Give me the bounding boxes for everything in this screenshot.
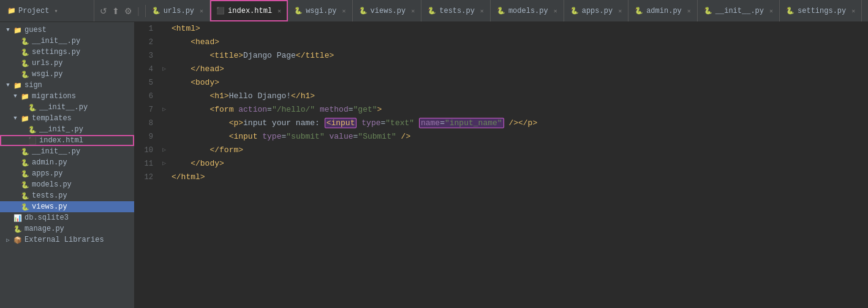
tab-apps-py[interactable]: 🐍 apps.py ✕ (564, 0, 628, 21)
code-line-3: 3 <title>Django Page</title> (135, 49, 868, 63)
tab-tests-py[interactable]: 🐍 tests.py ✕ (421, 0, 491, 21)
tree-item-migrations[interactable]: ▼ 📁 migrations (0, 91, 134, 102)
py-icon: 🐍 (21, 170, 29, 178)
code-editor[interactable]: 1 <html> 2 <head> 3 <title>Django Page</… (135, 22, 868, 308)
fold-arrow: ▷ (159, 144, 169, 157)
tab-label: apps.py (582, 7, 613, 15)
tab-settings-py[interactable]: 🐍 settings.py ✕ (780, 0, 862, 21)
code-line-4: 4 ▷ </head> (135, 63, 868, 76)
tab-close-icon[interactable]: ✕ (769, 7, 773, 15)
py-icon: 🐍 (21, 60, 29, 67)
tab-admin-py[interactable]: 🐍 admin.py ✕ (628, 0, 698, 21)
toolbar-icons: ↺ ⬆ ⚙ | (94, 5, 146, 17)
tree-label: models.py (32, 180, 72, 189)
folder-icon: 📁 (13, 82, 22, 90)
py-icon: 🐍 (570, 7, 579, 15)
py-icon: 🐍 (21, 159, 29, 167)
code-line-9: 9 <input type="submit" value="Submit" /> (135, 130, 868, 144)
tab-wsgi-py[interactable]: 🐍 wsgi.py ✕ (288, 0, 352, 21)
code-line-1: 1 <html> (135, 22, 868, 36)
py-icon: 🐍 (21, 37, 29, 45)
tab-urls-py[interactable]: 🐍 urls.py ✕ (146, 0, 210, 21)
tree-item-templates-init[interactable]: 🐍 __init_.py (0, 124, 134, 135)
py-icon: 🐍 (21, 181, 29, 189)
line-content: <p>input your name: <input type="text" n… (169, 117, 868, 130)
main-area: ▼ 📁 guest 🐍 __init__.py 🐍 settings.py 🐍 … (0, 22, 868, 308)
tree-label: manage.py (25, 225, 64, 233)
tree-item-sign[interactable]: ▼ 📁 sign (0, 80, 134, 91)
tree-label: admin.py (32, 158, 67, 167)
tab-bar: 📁 Project ▾ ↺ ⬆ ⚙ | 🐍 urls.py ✕ ⬛ index.… (0, 0, 868, 22)
tree-label: apps.py (32, 169, 62, 178)
tab-close-icon[interactable]: ✕ (554, 7, 557, 15)
tree-item-index-html[interactable]: ⬛ index.html (0, 135, 134, 146)
tab-close-icon[interactable]: ✕ (851, 7, 855, 15)
tree-item-db-sqlite3[interactable]: 📊 db.sqlite3 (0, 212, 134, 223)
tree-item-guest[interactable]: ▼ 📁 guest (0, 25, 134, 36)
py-icon: 🐍 (28, 126, 37, 134)
tree-label: tests.py (32, 191, 67, 200)
code-line-5: 5 <body> (135, 76, 868, 90)
tab-close-icon[interactable]: ✕ (618, 7, 622, 15)
library-icon: 📦 (13, 236, 22, 244)
tab-views-py[interactable]: 🐍 views.py ✕ (353, 0, 422, 21)
line-content: <h1>Hello Django!</h1> (169, 90, 868, 103)
tree-label: wsgi.py (32, 70, 62, 79)
tree-item-guest-init[interactable]: 🐍 __init__.py (0, 36, 134, 47)
tab-close-icon[interactable]: ✕ (342, 7, 346, 15)
folder-icon: 📁 (7, 7, 16, 15)
code-line-2: 2 <head> (135, 36, 868, 49)
tree-label: __init_.py (39, 125, 83, 134)
code-line-8: 8 <p>input your name: <input type="text"… (135, 117, 868, 130)
tree-item-migrations-init[interactable]: 🐍 __init__.py (0, 102, 134, 113)
py-icon: 🐍 (21, 192, 29, 200)
py-icon: 🐍 (21, 148, 29, 156)
settings-button[interactable]: ⚙ (123, 5, 134, 17)
arrow-icon: ▼ (5, 82, 11, 88)
tab-close-icon[interactable]: ✕ (200, 7, 203, 15)
tree-item-urls[interactable]: 🐍 urls.py (0, 58, 134, 69)
code-line-6: 6 <h1>Hello Django!</h1> (135, 90, 868, 103)
line-content: </head> (169, 63, 868, 76)
tree-item-admin[interactable]: 🐍 admin.py (0, 157, 134, 168)
py-icon: 🐍 (704, 7, 712, 15)
tree-item-sign-init[interactable]: 🐍 __init__.py (0, 146, 134, 157)
tab-close-icon[interactable]: ✕ (411, 7, 415, 15)
tree-item-templates[interactable]: ▼ 📁 templates (0, 113, 134, 124)
py-icon: 🐍 (428, 7, 436, 15)
db-icon: 📊 (13, 214, 22, 222)
arrow-icon: ▼ (12, 93, 18, 99)
tab-close-icon[interactable]: ✕ (687, 7, 691, 15)
folder-icon: 📁 (21, 115, 29, 123)
tree-item-apps[interactable]: 🐍 apps.py (0, 168, 134, 179)
line-number: 10 (135, 144, 159, 157)
tab-close-icon[interactable]: ✕ (480, 7, 484, 15)
line-number: 8 (135, 117, 159, 130)
py-icon: 🐍 (13, 225, 22, 233)
tree-label: db.sqlite3 (25, 214, 69, 222)
tree-item-wsgi[interactable]: 🐍 wsgi.py (0, 69, 134, 80)
py-icon: 🐍 (497, 7, 505, 15)
arrow-icon: ▷ (5, 237, 11, 244)
arrow-icon: ▼ (12, 115, 18, 121)
tab-models-py[interactable]: 🐍 models.py ✕ (491, 0, 564, 21)
tabs-list: 🐍 urls.py ✕ ⬛ index.html ✕ 🐍 wsgi.py ✕ 🐍… (146, 0, 868, 21)
py-icon: 🐍 (359, 7, 368, 15)
html-icon: ⬛ (216, 7, 225, 15)
refresh-button[interactable]: ↺ (98, 5, 109, 17)
project-label[interactable]: 📁 Project ▾ (2, 0, 94, 21)
line-content: </body> (169, 157, 868, 171)
upload-button[interactable]: ⬆ (110, 5, 121, 17)
tree-item-models[interactable]: 🐍 models.py (0, 179, 134, 190)
tab-index-html[interactable]: ⬛ index.html ✕ (210, 0, 288, 21)
tab-close-icon[interactable]: ✕ (277, 7, 281, 15)
tree-item-views[interactable]: 🐍 views.py (0, 201, 134, 212)
tree-item-manage[interactable]: 🐍 manage.py (0, 223, 134, 234)
tab-label: models.py (508, 7, 548, 15)
tab-init-py[interactable]: 🐍 __init__.py ✕ (698, 0, 780, 21)
tab-label: __init__.py (715, 7, 764, 15)
tree-item-tests[interactable]: 🐍 tests.py (0, 190, 134, 201)
tree-item-external-libraries[interactable]: ▷ 📦 External Libraries (0, 234, 134, 245)
tree-item-settings[interactable]: 🐍 settings.py (0, 47, 134, 58)
fold-arrow: ▷ (159, 103, 169, 117)
